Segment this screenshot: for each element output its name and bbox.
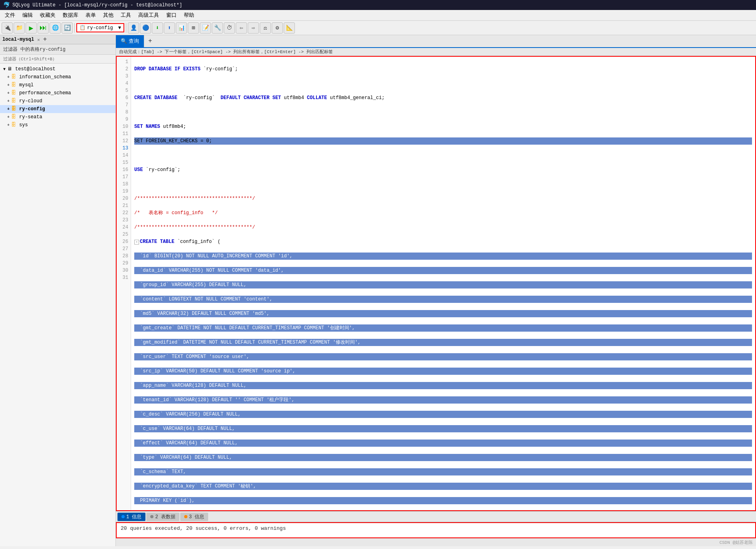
menu-item-窗口[interactable]: 窗口: [163, 11, 180, 20]
menu-item-工具[interactable]: 工具: [117, 11, 134, 20]
line-num-13: 13: [117, 145, 131, 152]
add-tab-icon[interactable]: +: [43, 36, 47, 43]
code-line-18: `md5` VARCHAR(32) DEFAULT NULL COMMENT '…: [134, 310, 752, 317]
database-icon: 🗄: [11, 106, 18, 112]
stop-btn[interactable]: 🌐: [50, 22, 61, 34]
database-tree: ▼ 🖥 test@localhost + 🗄 information_schem…: [0, 64, 115, 546]
line-num-17: 17: [117, 173, 131, 181]
query-btn[interactable]: 📝: [200, 22, 211, 34]
code-line-9: [134, 181, 752, 188]
database-icon: 🗄: [11, 74, 18, 80]
sidebar-item-performance_schema[interactable]: + 🗄 performance_schema: [0, 89, 115, 97]
separator-1: [74, 23, 75, 33]
menu-item-收藏夹[interactable]: 收藏夹: [37, 11, 59, 20]
line-num-21: 21: [117, 202, 131, 209]
code-line-21: `src_user` TEXT COMMENT 'source user',: [134, 353, 752, 360]
tree-root[interactable]: ▼ 🖥 test@localhost: [0, 65, 115, 73]
tools-btn[interactable]: 🔧: [212, 22, 223, 34]
code-content[interactable]: DROP DATABASE IF EXISTS `ry-config`; CRE…: [131, 57, 755, 511]
nav-forward-btn[interactable]: ⇨: [248, 22, 259, 34]
result-tab-info[interactable]: 1 信息: [117, 513, 145, 521]
app-icon: 🐬: [3, 2, 10, 8]
db-icon: 📋: [80, 25, 86, 31]
code-line-3: CREATE DATABASE `ry-config` DEFAULT CHAR…: [134, 94, 752, 101]
history-btn[interactable]: ⏱: [224, 22, 235, 34]
result-tab-tabledata[interactable]: 2 表数据: [146, 513, 179, 521]
code-line-25: `c_desc` VARCHAR(256) DEFAULT NULL,: [134, 411, 752, 418]
table-btn[interactable]: 📊: [176, 22, 187, 34]
code-line-10: /***************************************…: [134, 195, 752, 202]
execute-all-btn[interactable]: ⏭: [38, 22, 49, 34]
menu-item-帮助[interactable]: 帮助: [181, 11, 197, 20]
menu-item-其他[interactable]: 其他: [100, 11, 117, 20]
open-btn[interactable]: 📁: [14, 22, 25, 34]
layout-btn[interactable]: 📐: [284, 22, 295, 34]
line-num-31: 31: [117, 274, 131, 281]
line-num-29: 29: [117, 260, 131, 267]
query-tab-icon: 🔍: [121, 38, 127, 44]
line-num-9: 9: [117, 116, 131, 123]
sidebar-item-ry-seata[interactable]: + 🗄 ry-seata: [0, 113, 115, 121]
settings-btn[interactable]: ⚙: [272, 22, 283, 34]
line-num-7: 7: [117, 101, 131, 109]
menu-item-表单[interactable]: 表单: [82, 11, 99, 20]
db-name: ry-cloud: [19, 98, 42, 104]
code-line-15: `data_id` VARCHAR(255) NOT NULL COMMENT …: [134, 267, 752, 274]
compare-btn[interactable]: ⚖: [260, 22, 271, 34]
sidebar-item-mysql[interactable]: + 🗄 mysql: [0, 81, 115, 89]
schema-btn[interactable]: 🔵: [140, 22, 151, 34]
result-tab-info2[interactable]: 3 信息: [180, 513, 208, 521]
menu-item-编辑[interactable]: 编辑: [19, 11, 36, 20]
sidebar: local-mysql ✕ + 过滤器 中的表格ry-config 过滤器（Ct…: [0, 35, 116, 546]
filter-input[interactable]: 过滤器（Ctrl+Shift+B）: [0, 55, 115, 64]
sidebar-item-information_schema[interactable]: + 🗄 information_schema: [0, 73, 115, 81]
result-text: 20 queries executed, 20 success, 0 error…: [121, 525, 286, 531]
new-connection-btn[interactable]: 🔌: [2, 22, 13, 34]
query-tab[interactable]: 🔍 查询: [116, 35, 144, 47]
watermark: CSDN @姑苏老陈: [719, 539, 753, 545]
sidebar-item-ry-config[interactable]: + 🗄 ry-config: [0, 105, 115, 113]
line-num-12: 12: [117, 137, 131, 145]
execute-btn[interactable]: ▶: [26, 22, 37, 34]
export-btn[interactable]: ⬆: [164, 22, 175, 34]
add-query-tab-btn[interactable]: +: [144, 36, 156, 46]
code-line-19: `gmt_create` DATETIME NOT NULL DEFAULT C…: [134, 324, 752, 332]
line-num-25: 25: [117, 231, 131, 238]
nav-back-btn[interactable]: ⇦: [236, 22, 247, 34]
sql-editor[interactable]: 1 2 3 4 5 6 7 8 9 10 11 12 13 14 15 16 1: [116, 56, 756, 511]
refresh-btn[interactable]: 🔄: [62, 22, 73, 34]
sidebar-item-ry-cloud[interactable]: + 🗄 ry-cloud: [0, 97, 115, 105]
db-name: sys: [19, 122, 28, 128]
code-line-22: `src_ip` VARCHAR(50) DEFAULT NULL COMMEN…: [134, 368, 752, 375]
code-line-2: [134, 80, 752, 87]
code-line-1: DROP DATABASE IF EXISTS `ry-config`;: [134, 66, 752, 73]
db-name: performance_schema: [19, 90, 71, 96]
chevron-down-icon: ▼: [118, 25, 121, 31]
database-icon: 🗄: [11, 98, 18, 104]
database-icon: 🗄: [11, 114, 18, 120]
code-line-13: -CREATE TABLE `config_info` (: [134, 238, 752, 245]
menu-item-高级工具[interactable]: 高级工具: [135, 11, 162, 20]
line-num-15: 15: [117, 159, 131, 166]
result-area: 20 queries executed, 20 success, 0 error…: [116, 522, 756, 538]
db-name: mysql: [19, 82, 34, 88]
result-tab-tabledata-label: 2 表数据: [155, 513, 175, 520]
code-line-30: `encrypted_data_key` TEXT COMMENT '秘钥',: [134, 483, 752, 490]
content-area: 🔍 查询 + 自动完成：[Tab] -> 下一个标签，[Ctrl+Space] …: [116, 35, 756, 546]
close-tab-icon[interactable]: ✕: [37, 37, 40, 42]
connection-tab-label: local-mysql: [2, 37, 34, 42]
line-num-10: 10: [117, 123, 131, 130]
menu-item-数据库[interactable]: 数据库: [60, 11, 82, 20]
code-line-29: `c_schema` TEXT,: [134, 468, 752, 475]
sidebar-item-sys[interactable]: + 🗄 sys: [0, 121, 115, 129]
menu-item-文件[interactable]: 文件: [2, 11, 18, 20]
code-line-14: `id` BIGINT(20) NOT NULL AUTO_INCREMENT …: [134, 253, 752, 260]
database-selector[interactable]: 📋 ry-config ▼: [76, 23, 124, 32]
grid-btn[interactable]: ⊞: [188, 22, 199, 34]
expand-db-icon: +: [6, 107, 11, 111]
server-icon: 🖥: [7, 66, 14, 72]
expand-db-icon: +: [6, 83, 11, 88]
menubar: 文件编辑收藏夹数据库表单其他工具高级工具窗口帮助: [0, 10, 756, 21]
import-btn[interactable]: ⬇: [152, 22, 163, 34]
user-btn[interactable]: 👤: [128, 22, 139, 34]
